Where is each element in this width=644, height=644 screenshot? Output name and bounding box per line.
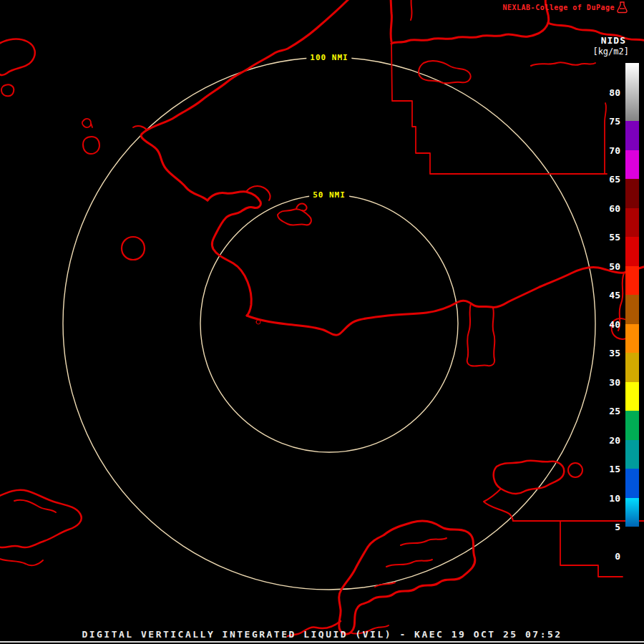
colorbar-tick-label: 5 (615, 522, 620, 532)
map-outline (0, 39, 35, 75)
colorbar-tick-label: 55 (609, 232, 620, 243)
colorbar-segment (625, 208, 639, 238)
brand-text: NEXLAB-College of DuPage (503, 4, 615, 11)
colorbar-segment (625, 266, 639, 296)
map-outline (560, 521, 623, 577)
colorbar-tick-label: 35 (609, 348, 620, 358)
map-outline (83, 137, 99, 154)
colorbar-tick-label: 30 (609, 376, 620, 387)
colorbar-tick-label: 10 (609, 492, 620, 503)
map-outline (484, 489, 513, 521)
colorbar-tick-label: 65 (609, 174, 620, 185)
map-outline (0, 490, 82, 547)
colorbar-segment (625, 353, 639, 382)
colorbar-segment (625, 469, 639, 498)
colorbar-segment (625, 382, 639, 411)
colorbar-tick-label: 15 (609, 464, 620, 474)
map-outline (82, 119, 92, 127)
colorbar-segment (625, 121, 639, 150)
units-label: [kg/m2] (592, 47, 629, 57)
map-outline (208, 192, 260, 316)
colorbar-tick-label: 25 (609, 406, 620, 416)
colorbar-tick-label: 40 (609, 318, 620, 329)
colorbar-segment (625, 324, 639, 353)
colorbar-tick-label: 75 (609, 116, 620, 127)
colorbar-segment (625, 179, 639, 208)
colorbar-segment (625, 527, 639, 556)
colorbar-tick-label: 60 (609, 203, 620, 213)
map-outline (0, 558, 43, 565)
range-ring-label: 50 NMI (309, 190, 349, 200)
nexlab-brand-icon (617, 1, 628, 14)
colorbar-segment (625, 63, 639, 121)
map-outline (531, 62, 595, 66)
colorbar-tick-label: 20 (609, 434, 620, 445)
colorbar-segment (625, 498, 639, 527)
map-outline (411, 0, 412, 20)
colorbar-segment (625, 295, 639, 324)
bottom-divider-line (0, 641, 644, 643)
map-outline (278, 209, 311, 225)
map-outline (605, 103, 606, 174)
map-outline (386, 560, 432, 567)
colorbar-tick-label: 80 (609, 87, 620, 97)
colorbar-segment (625, 150, 639, 180)
map-outline (141, 0, 350, 200)
map-outline (494, 461, 565, 494)
colorbar-tick-label: 50 (609, 260, 620, 271)
map-outline (467, 303, 495, 366)
map-outline (122, 237, 145, 260)
map-outline (133, 126, 147, 130)
map-outline (256, 320, 260, 324)
map-outline (548, 23, 644, 41)
map-outline (1, 84, 14, 96)
product-title-footer: DIGITAL VERTICALLY INTEGRATED LIQUID (VI… (0, 629, 644, 640)
map-outline (419, 61, 471, 83)
range-ring (200, 195, 458, 452)
colorbar-tick-label: 0 (615, 550, 620, 561)
colorbar-segment (625, 237, 639, 266)
map-outline (14, 500, 56, 512)
radar-stage: NEXLAB-College of DuPage NIDS [kg/m2] DI… (0, 0, 644, 644)
map-svg (0, 0, 644, 644)
colorbar-segment (625, 440, 639, 469)
product-label: NIDS (601, 35, 626, 46)
colorbar-tick-label: 70 (609, 145, 620, 155)
map-outline (568, 463, 582, 477)
range-ring-label: 100 NMI (306, 52, 351, 63)
range-ring (63, 57, 595, 590)
colorbar-swatches (625, 63, 639, 570)
map-outline (247, 266, 644, 335)
colorbar-segment (625, 556, 639, 570)
colorbar-segment (625, 411, 639, 440)
colorbar-tick-label: 45 (609, 290, 620, 301)
map-outline (391, 0, 391, 42)
map-outline (401, 538, 447, 545)
